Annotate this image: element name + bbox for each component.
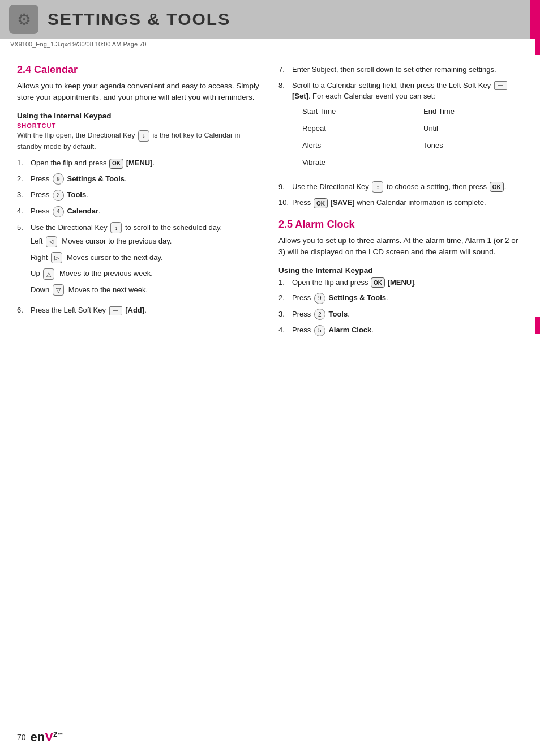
bullet-repeat: Repeat: [302, 122, 402, 135]
num-5-icon-a: 5: [314, 325, 325, 336]
bullet-end-time: End Time: [423, 105, 523, 118]
dir-up: Up △ Moves to the previous week.: [31, 268, 262, 280]
direction-list: Left ◁ Moves cursor to the previous day.…: [31, 236, 262, 296]
num-4-icon: 4: [53, 206, 64, 217]
num-9-icon: 9: [53, 173, 64, 185]
dir-right: Right ▷ Moves cursor to the next day.: [31, 252, 262, 264]
header-bar: ⚙ SETTINGS & TOOLS: [0, 0, 540, 39]
right-steps-list: 7. Enter Subject, then scroll down to se…: [278, 64, 523, 208]
step-7: 7. Enter Subject, then scroll down to se…: [278, 64, 523, 75]
pink-accent-right-1: [535, 39, 540, 55]
alarm-step-4: 4. Press 5 Alarm Clock.: [278, 324, 523, 336]
side-line-right: [532, 45, 532, 733]
dir-key-icon-9: ↕: [372, 181, 383, 193]
page-title: SETTINGS & TOOLS: [48, 10, 230, 29]
soft-key-icon-6: —: [109, 306, 122, 315]
ok-icon-10: OK: [314, 198, 328, 208]
step-5: 5. Use the Directional Key ↕ to scroll t…: [17, 222, 262, 301]
ok-icon-a1: OK: [371, 277, 385, 288]
subsection-internal-keypad: Using the Internal Keypad: [17, 112, 262, 120]
bullet-alerts: Alerts: [302, 139, 402, 152]
right-column: 7. Enter Subject, then scroll down to se…: [278, 64, 523, 341]
gear-icon: ⚙: [9, 5, 38, 34]
bullet-tones: Tones: [423, 139, 523, 152]
step-9: 9. Use the Directional Key ↕ to choose a…: [278, 181, 523, 193]
alarm-step-2: 2. Press 9 Settings & Tools.: [278, 292, 523, 304]
dir-key-icon-5: ↕: [110, 222, 122, 233]
num-2-icon: 2: [53, 190, 64, 201]
section-2-5-intro: Allows you to set up to three alarms. At…: [278, 235, 523, 258]
section-2-5-title: 2.5 Alarm Clock: [278, 219, 523, 230]
step-3: 3. Press 2 Tools.: [17, 189, 262, 201]
section-2-4-intro: Allows you to keep your agenda convenien…: [17, 80, 262, 104]
steps-list: 1. Open the flip and press OK [MENU]. 2.…: [17, 157, 262, 316]
down-arrow-icon: ▽: [53, 284, 64, 296]
pink-accent-right-2: [535, 317, 540, 334]
section-2-4-title: 2.4 Calendar: [17, 64, 262, 76]
page-meta: VX9100_Eng_1.3.qxd 9/30/08 10:00 AM Page…: [0, 39, 540, 50]
dir-down: Down ▽ Moves to the next week.: [31, 284, 262, 296]
main-content: 2.4 Calendar Allows you to keep your age…: [0, 50, 540, 354]
settings-bullets: Start Time Repeat Alerts Vibrate End Tim…: [292, 105, 523, 173]
bullet-col-right: End Time Until Tones: [413, 105, 523, 173]
step-2: 2. Press 9 Settings & Tools.: [17, 173, 262, 185]
subsection-2-5-internal-keypad: Using the Internal Keypad: [278, 266, 523, 275]
step-4: 4. Press 4 Calendar.: [17, 206, 262, 217]
alarm-step-1: 1. Open the flip and press OK [MENU].: [278, 277, 523, 288]
footer: 70 enV2™: [17, 730, 63, 745]
right-arrow-icon: ▷: [51, 252, 62, 263]
bullet-start-time: Start Time: [302, 105, 402, 118]
num-2-icon-a: 2: [314, 309, 325, 320]
side-line-left: [8, 45, 8, 733]
ok-icon-9: OK: [490, 182, 504, 192]
step-8: 8. Scroll to a Calendar setting field, t…: [278, 80, 523, 177]
directional-key-icon: ↓: [138, 130, 149, 142]
shortcut-text: With the flip open, the Directional Key …: [17, 130, 262, 152]
ok-icon: OK: [109, 159, 123, 169]
header-accent: [530, 0, 540, 39]
step-1: 1. Open the flip and press OK [MENU].: [17, 157, 262, 169]
page-number: 70: [17, 733, 26, 742]
dir-left: Left ◁ Moves cursor to the previous day.: [31, 236, 262, 247]
bullet-col-left: Start Time Repeat Alerts Vibrate: [292, 105, 402, 173]
alarm-step-3: 3. Press 2 Tools.: [278, 309, 523, 321]
bullet-until: Until: [423, 122, 523, 135]
step-6: 6. Press the Left Soft Key — [Add].: [17, 305, 262, 316]
bullet-vibrate: Vibrate: [302, 156, 402, 169]
left-column: 2.4 Calendar Allows you to keep your age…: [17, 64, 262, 341]
soft-key-icon-8: —: [494, 81, 507, 90]
logo: enV2™: [31, 730, 63, 745]
shortcut-label: SHORTCUT: [17, 122, 262, 129]
up-arrow-icon: △: [43, 268, 54, 280]
num-9-icon-a: 9: [314, 293, 325, 304]
left-arrow-icon: ◁: [46, 236, 57, 247]
alarm-steps-list: 1. Open the flip and press OK [MENU]. 2.…: [278, 277, 523, 336]
step-10: 10. Press OK [SAVE] when Calendar inform…: [278, 197, 523, 208]
